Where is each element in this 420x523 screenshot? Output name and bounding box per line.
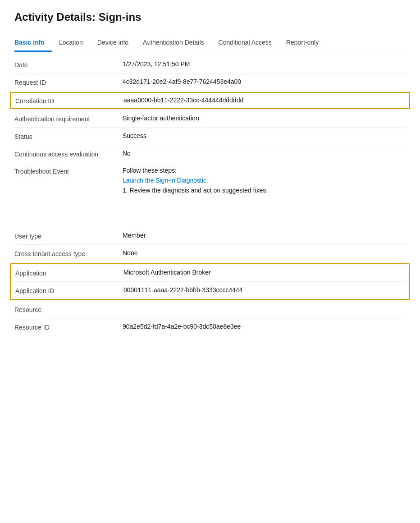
tab-location[interactable]: Location [52,34,90,52]
label-application: Application [15,269,123,277]
fields-top-section: Date 1/27/2023, 12:51:50 PM Request ID 4… [14,56,406,162]
label-cae: Continuous access evaluation [14,150,123,158]
field-row-application-id: Application ID 00001111-aaaa-2222-bbbb-3… [15,282,405,299]
label-application-id: Application ID [15,286,123,294]
page-title: Activity Details: Sign-ins [14,11,406,23]
value-cross-tenant: None [123,249,406,257]
step-1-text: 1. Review the diagnosis and act on sugge… [123,187,406,194]
value-date: 1/27/2023, 12:51:50 PM [123,60,406,68]
field-row-cae: Continuous access evaluation No [14,145,406,162]
value-user-type: Member [123,232,406,239]
tab-basic-info[interactable]: Basic info [14,34,52,52]
field-row-resource-id: Resource ID 90a2e5d2-fd7a-4a2e-bc90-3dc5… [14,318,406,335]
field-row-correlation-id: Correlation ID aaaa0000-bb11-2222-33cc-4… [10,92,410,109]
label-status: Status [14,132,123,140]
value-auth-req: Single-factor authentication [123,115,406,122]
label-user-type: User type [14,232,123,240]
value-cae: No [123,150,406,157]
value-status: Success [123,132,406,139]
field-row-cross-tenant: Cross tenant access type None [14,245,406,262]
tab-conditional-access[interactable]: Conditional Access [211,34,279,52]
value-resource-id: 90a2e5d2-fd7a-4a2e-bc90-3dc50ae8e3ee [123,323,406,330]
fields-bottom-section: User type Member Cross tenant access typ… [14,227,406,335]
field-row-auth-req: Authentication requirement Single-factor… [14,110,406,128]
troubleshoot-event-row: Troubleshoot Event Follow these steps: L… [14,162,406,198]
label-auth-req: Authentication requirement [14,115,123,123]
label-cross-tenant: Cross tenant access type [14,249,123,257]
field-row-request-id: Request ID 4c32d171-20e2-4af9-8e77-76244… [14,73,406,91]
label-date: Date [14,60,123,69]
field-row-user-type: User type Member [14,227,406,245]
label-resource: Resource [14,305,123,313]
tab-device-info[interactable]: Device info [90,34,136,52]
follow-steps-text: Follow these steps: [123,167,406,174]
label-troubleshoot: Troubleshoot Event [14,167,123,175]
field-row-resource: Resource [14,301,406,318]
tab-bar: Basic info Location Device info Authenti… [14,34,406,52]
tab-authentication-details[interactable]: Authentication Details [136,34,211,52]
field-row-status: Status Success [14,128,406,145]
label-resource-id: Resource ID [14,323,123,331]
launch-diagnostic-link[interactable]: Launch the Sign-in Diagnostic. [123,177,406,184]
troubleshoot-content: Follow these steps: Launch the Sign-in D… [123,167,406,194]
content-area: Date 1/27/2023, 12:51:50 PM Request ID 4… [14,52,406,335]
value-correlation-id: aaaa0000-bb11-2222-33cc-444444dddddd [123,96,405,104]
value-application: Microsoft Authentication Broker [123,269,405,276]
field-row-date: Date 1/27/2023, 12:51:50 PM [14,56,406,73]
value-application-id: 00001111-aaaa-2222-bbbb-3333cccc4444 [123,286,405,294]
label-correlation-id: Correlation ID [15,96,123,105]
application-highlighted-group: Application Microsoft Authentication Bro… [10,263,410,300]
tab-report-only[interactable]: Report-only [279,34,326,52]
field-row-application: Application Microsoft Authentication Bro… [15,264,405,282]
label-request-id: Request ID [14,78,123,86]
value-request-id: 4c32d171-20e2-4af9-8e77-7624453e4a00 [123,78,406,85]
